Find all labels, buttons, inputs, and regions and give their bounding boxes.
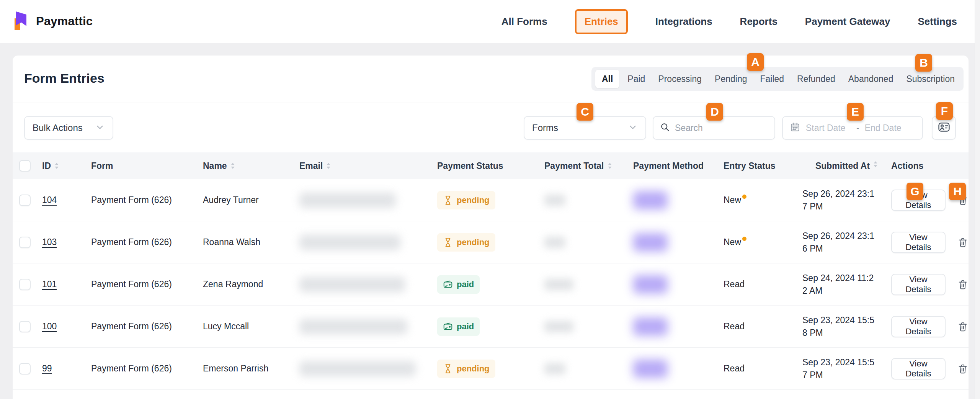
payment-method-redacted bbox=[633, 275, 668, 294]
select-all-checkbox[interactable] bbox=[19, 160, 31, 172]
header-entry-status: Entry Status bbox=[724, 161, 802, 171]
header-name[interactable]: Name bbox=[203, 161, 299, 171]
trash-icon[interactable] bbox=[957, 237, 969, 248]
nav-item-entries[interactable]: Entries bbox=[575, 9, 628, 34]
submitted-at-cell: Sep 26, 2024 23:1 6 PM bbox=[802, 230, 891, 255]
nav-item-reports[interactable]: Reports bbox=[740, 16, 777, 28]
sort-icon bbox=[607, 162, 612, 169]
new-status-dot bbox=[742, 195, 746, 199]
nav-item-integrations[interactable]: Integrations bbox=[655, 16, 712, 28]
entry-status: New bbox=[724, 237, 741, 247]
bulk-actions-dropdown[interactable]: Bulk Actions bbox=[24, 116, 113, 140]
payment-status-filter-tabs: All Paid Processing Pending Failed Refun… bbox=[591, 67, 964, 91]
payment-total-redacted bbox=[544, 279, 573, 290]
tab-abandoned[interactable]: Abandoned bbox=[843, 74, 898, 84]
annotation-mark-c: C bbox=[577, 103, 593, 121]
email-redacted bbox=[299, 235, 400, 250]
nav-item-settings[interactable]: Settings bbox=[918, 16, 957, 28]
tab-refunded[interactable]: Refunded bbox=[792, 74, 840, 84]
view-details-button[interactable]: View Details bbox=[891, 316, 946, 337]
header-id[interactable]: ID bbox=[42, 161, 91, 171]
payment-status-badge: pending bbox=[437, 360, 495, 378]
row-checkbox[interactable] bbox=[19, 195, 31, 206]
id-card-icon bbox=[938, 121, 951, 135]
brand-name: Paymattic bbox=[36, 15, 93, 28]
entry-status: Read bbox=[724, 279, 745, 289]
trash-icon[interactable] bbox=[957, 363, 969, 374]
email-redacted bbox=[299, 319, 407, 334]
header-email[interactable]: Email bbox=[299, 161, 437, 171]
header-payment-total[interactable]: Payment Total bbox=[544, 161, 633, 171]
nav-item-all-forms[interactable]: All Forms bbox=[501, 16, 547, 28]
table-row: 99 Payment Form (626) Emerson Parrish pe… bbox=[13, 348, 969, 390]
trash-icon[interactable] bbox=[957, 321, 969, 332]
calendar-icon bbox=[790, 122, 800, 134]
name-cell: Audrey Turner bbox=[203, 195, 299, 205]
tab-failed[interactable]: Failed bbox=[755, 74, 789, 84]
entry-id-link[interactable]: 100 bbox=[42, 321, 57, 332]
row-checkbox[interactable] bbox=[19, 363, 31, 374]
header-payment-method: Payment Method bbox=[633, 161, 724, 171]
payment-status-badge: paid bbox=[437, 317, 480, 336]
email-redacted bbox=[299, 193, 396, 208]
payment-method-redacted bbox=[633, 360, 668, 378]
hourglass-icon bbox=[443, 195, 453, 205]
annotation-mark-e: E bbox=[847, 103, 864, 121]
form-entries-card: Form Entries All Paid Processing Pending… bbox=[13, 56, 969, 399]
tab-all[interactable]: All bbox=[595, 70, 619, 88]
row-checkbox[interactable] bbox=[19, 279, 31, 290]
submitted-at-cell: Sep 26, 2024 23:1 7 PM bbox=[802, 188, 891, 213]
entry-id-link[interactable]: 101 bbox=[42, 279, 57, 289]
payment-method-redacted bbox=[633, 233, 668, 252]
payment-method-redacted bbox=[633, 191, 668, 209]
date-separator: - bbox=[856, 123, 859, 133]
trash-icon[interactable] bbox=[957, 279, 969, 290]
name-cell: Lucy Mccall bbox=[203, 321, 299, 332]
brand[interactable]: Paymattic bbox=[11, 10, 93, 33]
entry-id-link[interactable]: 104 bbox=[42, 195, 57, 205]
hourglass-icon bbox=[443, 364, 453, 374]
tab-paid[interactable]: Paid bbox=[622, 74, 650, 84]
chevron-down-icon bbox=[95, 122, 105, 134]
header-submitted-at[interactable]: Submitted At bbox=[802, 161, 891, 171]
tab-pending[interactable]: Pending bbox=[710, 74, 752, 84]
start-date-input[interactable] bbox=[806, 123, 851, 133]
search-icon bbox=[660, 122, 670, 134]
form-name-cell: Payment Form (626) bbox=[91, 237, 203, 247]
header-payment-status: Payment Status bbox=[437, 161, 544, 171]
payment-total-redacted bbox=[544, 363, 565, 374]
paymattic-logo-icon bbox=[11, 10, 31, 33]
tab-processing[interactable]: Processing bbox=[653, 74, 707, 84]
chevron-down-icon bbox=[628, 122, 638, 134]
entries-table: ID Form Name Email Payment Status Paymen… bbox=[13, 152, 969, 390]
payment-total-redacted bbox=[544, 195, 565, 206]
table-row: 101 Payment Form (626) Zena Raymond paid… bbox=[13, 263, 969, 306]
new-status-dot bbox=[742, 237, 746, 241]
email-redacted bbox=[299, 361, 416, 376]
submitted-at-cell: Sep 23, 2024 15:5 8 PM bbox=[802, 314, 891, 339]
view-details-button[interactable]: View Details bbox=[891, 274, 946, 295]
entry-status: New bbox=[724, 195, 741, 205]
view-details-button[interactable]: View Details bbox=[891, 232, 946, 253]
nav-item-payment-gateway[interactable]: Payment Gateway bbox=[805, 16, 890, 28]
name-cell: Emerson Parrish bbox=[203, 363, 299, 374]
end-date-input[interactable] bbox=[865, 123, 910, 133]
row-checkbox[interactable] bbox=[19, 237, 31, 248]
header-actions: Actions bbox=[891, 161, 969, 171]
hourglass-icon bbox=[443, 237, 453, 247]
table-body: 104 Payment Form (626) Audrey Turner pen… bbox=[13, 179, 969, 390]
payment-status-badge: pending bbox=[437, 191, 495, 209]
page-title: Form Entries bbox=[24, 71, 105, 86]
row-checkbox[interactable] bbox=[19, 321, 31, 332]
search-input[interactable] bbox=[675, 123, 763, 133]
entry-id-link[interactable]: 99 bbox=[42, 363, 52, 374]
payment-status-badge: paid bbox=[437, 275, 480, 294]
view-details-button[interactable]: View Details bbox=[891, 358, 946, 379]
header-form: Form bbox=[91, 161, 203, 171]
tab-subscription[interactable]: Subscription bbox=[901, 74, 960, 84]
sort-icon bbox=[230, 162, 235, 169]
entry-id-link[interactable]: 103 bbox=[42, 237, 57, 247]
vertical-scrollbar[interactable] bbox=[975, 0, 980, 399]
name-cell: Roanna Walsh bbox=[203, 237, 299, 247]
annotation-mark-b: B bbox=[915, 54, 932, 72]
